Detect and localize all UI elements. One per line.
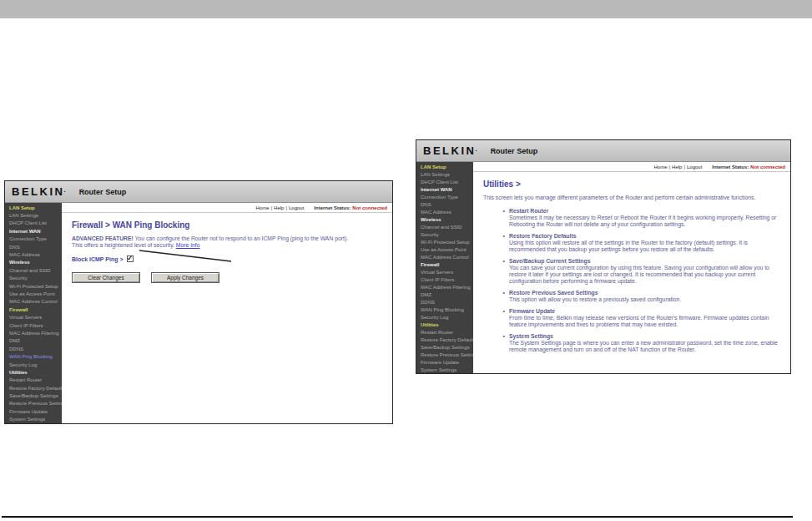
sidebar-item[interactable]: Restore Factory Defaults (5, 384, 62, 392)
bullet-icon: • (500, 333, 505, 353)
utilities-list: • Restart Router Sometimes it may be nec… (483, 208, 782, 353)
sidebar-item[interactable]: Restart Router (416, 328, 473, 336)
belkin-logo: BELKIN (423, 144, 476, 157)
sidebar-item[interactable]: Save/Backup Settings (416, 343, 473, 351)
utility-item-title: System Settings (509, 333, 782, 340)
logout-link[interactable]: Logout (289, 205, 304, 210)
utility-item: • Restore Factory Defaults Using this op… (500, 233, 782, 253)
block-icmp-ping-row: Block ICMP Ping > ✓ (72, 255, 384, 262)
sidebar-item[interactable]: LAN Settings (5, 211, 62, 219)
internet-status-label: Internet Status: (712, 164, 749, 169)
sidebar-item[interactable]: Client IP Filters (5, 321, 62, 329)
app-title: Router Setup (491, 147, 538, 155)
utility-item: • Restart Router Sometimes it may be nec… (500, 208, 782, 228)
check-icon: ✓ (127, 255, 133, 262)
utility-item-text: You can save your current configuration … (509, 265, 782, 285)
sidebar-item[interactable]: DHCP Client List (5, 220, 62, 227)
advanced-feature-line: ADVANCED FEATURE! You can configure the … (72, 235, 384, 242)
sidebar-nav: LAN Setup LAN Settings DHCP Client List … (416, 162, 473, 373)
block-icmp-ping-label: Block ICMP Ping > (72, 256, 124, 262)
nav-separator: | (683, 164, 685, 169)
sidebar-item[interactable]: LAN Setup (5, 204, 62, 211)
sidebar-item[interactable]: Firewall (416, 260, 473, 268)
sidebar-item[interactable]: Restore Previous Settings (5, 400, 62, 407)
sidebar-item[interactable]: Security (416, 230, 473, 238)
belkin-logo-dot: . (475, 145, 477, 153)
sidebar-item[interactable]: Wi-Fi Protected Setup (416, 238, 473, 245)
screenshot-utilities: BELKIN. Router Setup LAN Setup LAN Setti… (416, 139, 791, 374)
utility-item-title: Restore Factory Defaults (509, 233, 782, 240)
sidebar-item[interactable]: Channel and SSID (416, 223, 473, 230)
home-link[interactable]: Home (255, 205, 269, 210)
sidebar-item[interactable]: MAC Address Control (416, 253, 473, 260)
sidebar-item[interactable]: Save/Backup Settings (5, 392, 62, 399)
sidebar-item[interactable]: DMZ (5, 337, 62, 345)
sidebar-item[interactable]: DNS (416, 200, 473, 208)
utility-links-bar: Home | Help | Logout Internet Status: No… (62, 203, 392, 213)
sidebar-item[interactable]: DHCP Client List (416, 178, 473, 185)
sidebar-item[interactable]: DDNS (416, 298, 473, 306)
page-content: Utilities > This screen lets you manage … (473, 172, 790, 373)
sidebar-item[interactable]: MAC Address Filtering (416, 283, 473, 291)
sidebar-item[interactable]: Client IP Filters (416, 276, 473, 283)
apply-changes-button[interactable]: Apply Changes (151, 272, 219, 283)
sidebar-item[interactable]: Utilities (416, 321, 473, 328)
bullet-icon: • (500, 290, 505, 303)
bullet-icon: • (500, 208, 505, 228)
sidebar-item[interactable]: DNS (5, 243, 62, 250)
help-link[interactable]: Help (274, 205, 284, 210)
sidebar-item[interactable]: Security Log (5, 361, 62, 368)
sidebar-item[interactable]: WAN Ping Blocking (416, 306, 473, 313)
sidebar-item[interactable]: MAC Address (416, 208, 473, 215)
sidebar-item[interactable]: MAC Address Control (5, 298, 62, 306)
sidebar-item[interactable]: Use as Access Point (5, 290, 62, 297)
page-title: Firewall > WAN Ping Blocking (72, 220, 384, 230)
sidebar-item[interactable]: Restore Previous Settings (416, 351, 473, 358)
sidebar-item[interactable]: System Settings (416, 366, 473, 373)
sidebar-item[interactable]: Wireless (5, 259, 62, 266)
logout-link[interactable]: Logout (687, 164, 702, 169)
sidebar-item[interactable]: MAC Address Filtering (5, 329, 62, 336)
sidebar-item[interactable]: MAC Address (5, 250, 62, 258)
sidebar-item[interactable]: Firewall (5, 306, 62, 313)
sidebar-item[interactable]: Channel and SSID (5, 266, 62, 274)
sidebar-item[interactable]: Security (5, 275, 62, 282)
bullet-icon: • (500, 258, 505, 285)
sidebar-item[interactable]: Firmware Update (416, 358, 473, 366)
sidebar-item[interactable]: Wi-Fi Protected Setup (5, 282, 62, 290)
sidebar-item[interactable]: LAN Setup (416, 163, 473, 170)
page-content: Firewall > WAN Ping Blocking ADVANCED FE… (62, 213, 392, 423)
home-link[interactable]: Home (653, 164, 667, 169)
utility-item-title: Restore Previous Saved Settings (509, 290, 782, 296)
help-link[interactable]: Help (672, 164, 682, 169)
utility-item-text: The System Settings page is where you ca… (509, 340, 782, 353)
sidebar-item[interactable]: WAN Ping Blocking (5, 352, 62, 360)
sidebar-item[interactable]: Internet WAN (416, 185, 473, 193)
sidebar-item[interactable]: Restart Router (5, 377, 62, 384)
nav-separator: | (285, 205, 287, 210)
sidebar-item[interactable]: Utilities (5, 368, 62, 376)
security-line: This offers a heightened level of securi… (72, 242, 384, 249)
sidebar-item[interactable]: Internet WAN (5, 227, 62, 235)
sidebar-item[interactable]: Virtual Servers (5, 313, 62, 321)
sidebar-item[interactable]: Connection Type (5, 235, 62, 243)
utility-item-text: This option will allow you to restore a … (509, 296, 782, 303)
internet-status-value: Not connected (750, 164, 785, 169)
sidebar-item[interactable]: Firmware Update (5, 407, 62, 415)
advanced-feature-text: You can configure the Router not to resp… (134, 235, 348, 241)
sidebar-item[interactable]: DDNS (5, 345, 62, 352)
sidebar-item[interactable]: DMZ (416, 291, 473, 298)
more-info-link[interactable]: More Info (176, 242, 200, 248)
clear-changes-button[interactable]: Clear Changes (72, 272, 140, 283)
utility-item-title: Save/Backup Current Settings (509, 258, 782, 265)
sidebar-item[interactable]: Restore Factory Defaults (416, 336, 473, 343)
block-icmp-ping-checkbox[interactable]: ✓ (127, 255, 134, 262)
sidebar-item[interactable]: Virtual Servers (416, 268, 473, 276)
sidebar-item[interactable]: System Settings (5, 416, 62, 423)
sidebar-item[interactable]: Security Log (416, 313, 473, 321)
sidebar-item[interactable]: LAN Settings (416, 170, 473, 178)
sidebar-item[interactable]: Use as Access Point (416, 245, 473, 253)
sidebar-item[interactable]: Wireless (416, 215, 473, 223)
bullet-icon: • (500, 308, 505, 328)
sidebar-item[interactable]: Connection Type (416, 193, 473, 200)
